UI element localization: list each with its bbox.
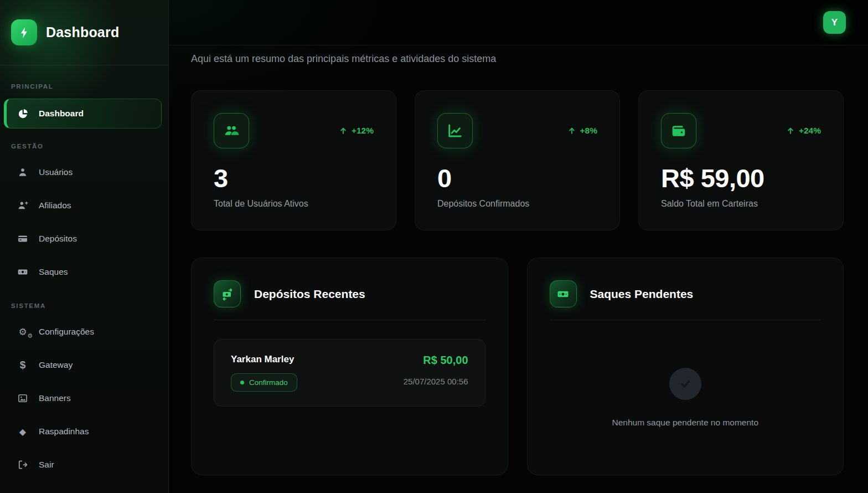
wallet-icon xyxy=(661,113,696,148)
divider xyxy=(214,320,485,320)
stats-row: +12% 3 Total de Usuários Ativos xyxy=(191,90,844,230)
user-plus-icon xyxy=(17,200,29,211)
status-dot-icon xyxy=(240,381,244,384)
panels-row: Depósitos Recentes Yarkan Marley Confirm… xyxy=(191,258,844,475)
recent-deposits-panel: Depósitos Recentes Yarkan Marley Confirm… xyxy=(191,258,508,475)
delta-value: +12% xyxy=(352,126,374,136)
gears-icon: ⚙⚙ xyxy=(17,327,29,337)
stat-value: 0 xyxy=(437,163,597,193)
pie-chart-icon xyxy=(17,108,29,120)
stat-value: 3 xyxy=(214,163,374,193)
check-circle-icon xyxy=(669,368,701,400)
deposit-list-item[interactable]: Yarkan Marley Confirmado R$ 50,00 25/07/… xyxy=(214,339,485,407)
arrow-up-icon xyxy=(339,126,348,135)
sidebar-item-afiliados[interactable]: Afiliados xyxy=(7,192,162,219)
section-label-gestao: GESTÃO xyxy=(7,143,162,150)
dashboard-app: Dashboard PRINCIPAL Dashboard GESTÃO Usu… xyxy=(0,0,868,493)
sidebar-nav: PRINCIPAL Dashboard GESTÃO Usuários Afil… xyxy=(0,65,168,479)
section-label-principal: PRINCIPAL xyxy=(7,83,162,90)
status-label: Confirmado xyxy=(249,378,288,387)
money-transfer-icon xyxy=(214,280,241,307)
sidebar-item-saques[interactable]: Saques xyxy=(7,258,162,286)
users-group-icon xyxy=(214,113,249,148)
section-label-sistema: SISTEMA xyxy=(7,302,162,309)
credit-card-icon xyxy=(17,233,29,244)
sidebar-item-label: Raspadinhas xyxy=(39,427,89,436)
sidebar: Dashboard PRINCIPAL Dashboard GESTÃO Usu… xyxy=(0,0,169,493)
sidebar-item-label: Depósitos xyxy=(39,234,77,244)
banknote-icon xyxy=(550,280,577,307)
sidebar-item-sair[interactable]: Sair xyxy=(7,451,162,479)
deposit-datetime: 25/07/2025 00:56 xyxy=(404,377,468,386)
sidebar-item-gateway[interactable]: $ Gateway xyxy=(7,351,162,379)
user-avatar[interactable]: Y xyxy=(823,11,846,34)
topbar: Y xyxy=(169,0,868,45)
chart-line-icon xyxy=(437,113,473,148)
stat-card-wallet-balance: +24% R$ 59,00 Saldo Total em Carteiras xyxy=(638,90,844,230)
deposit-amount: R$ 50,00 xyxy=(423,354,468,367)
main-area: Y Aqui está um resumo das principais mét… xyxy=(169,0,868,493)
image-icon xyxy=(17,393,29,404)
stat-value: R$ 59,00 xyxy=(661,163,821,193)
panel-title: Depósitos Recentes xyxy=(254,287,365,301)
lightning-icon xyxy=(18,26,31,39)
pending-withdrawals-panel: Saques Pendentes Nenhum saque pendente n… xyxy=(527,258,844,475)
stat-label: Saldo Total em Carteiras xyxy=(661,199,821,209)
empty-state: Nenhum saque pendente no momento xyxy=(550,320,822,428)
sidebar-item-label: Sair xyxy=(39,460,54,470)
deposit-user-name: Yarkan Marley xyxy=(231,354,294,365)
sidebar-item-label: Configurações xyxy=(39,327,94,337)
stat-card-active-users: +12% 3 Total de Usuários Ativos xyxy=(191,90,396,230)
sidebar-item-label: Afiliados xyxy=(39,201,71,210)
sidebar-item-label: Dashboard xyxy=(39,109,84,119)
logout-icon xyxy=(17,459,29,470)
sidebar-item-label: Usuários xyxy=(39,167,73,177)
sidebar-item-label: Gateway xyxy=(39,360,73,370)
brand-title: Dashboard xyxy=(46,24,119,40)
arrow-up-icon xyxy=(567,126,576,135)
delta-badge: +12% xyxy=(339,126,374,136)
delta-value: +8% xyxy=(580,126,597,136)
page-subtitle: Aqui está um resumo das principais métri… xyxy=(191,53,844,65)
delta-badge: +24% xyxy=(786,126,821,136)
sidebar-item-depositos[interactable]: Depósitos xyxy=(7,225,162,253)
sidebar-item-configuracoes[interactable]: ⚙⚙ Configurações xyxy=(7,318,162,346)
sidebar-brand: Dashboard xyxy=(0,0,168,65)
stat-label: Depósitos Confirmados xyxy=(437,199,597,209)
panel-title: Saques Pendentes xyxy=(590,287,694,301)
user-icon xyxy=(17,167,29,178)
delta-value: +24% xyxy=(799,126,821,136)
content: Aqui está um resumo das principais métri… xyxy=(169,45,868,475)
app-logo xyxy=(11,19,37,45)
stat-card-confirmed-deposits: +8% 0 Depósitos Confirmados xyxy=(415,90,620,230)
banknote-icon xyxy=(17,266,29,278)
sidebar-item-label: Banners xyxy=(39,393,71,403)
delta-badge: +8% xyxy=(567,126,597,136)
diamond-icon: ◆ xyxy=(17,427,29,437)
empty-message: Nenhum saque pendente no momento xyxy=(612,418,758,428)
sidebar-item-label: Saques xyxy=(39,267,68,277)
sidebar-item-usuarios[interactable]: Usuários xyxy=(7,158,162,186)
sidebar-item-dashboard[interactable]: Dashboard xyxy=(4,99,162,129)
stat-label: Total de Usuários Ativos xyxy=(214,199,374,209)
sidebar-item-raspadinhas[interactable]: ◆ Raspadinhas xyxy=(7,418,162,445)
dollar-icon: $ xyxy=(17,359,29,371)
sidebar-item-banners[interactable]: Banners xyxy=(7,384,162,412)
status-badge: Confirmado xyxy=(231,373,297,392)
arrow-up-icon xyxy=(786,126,795,135)
